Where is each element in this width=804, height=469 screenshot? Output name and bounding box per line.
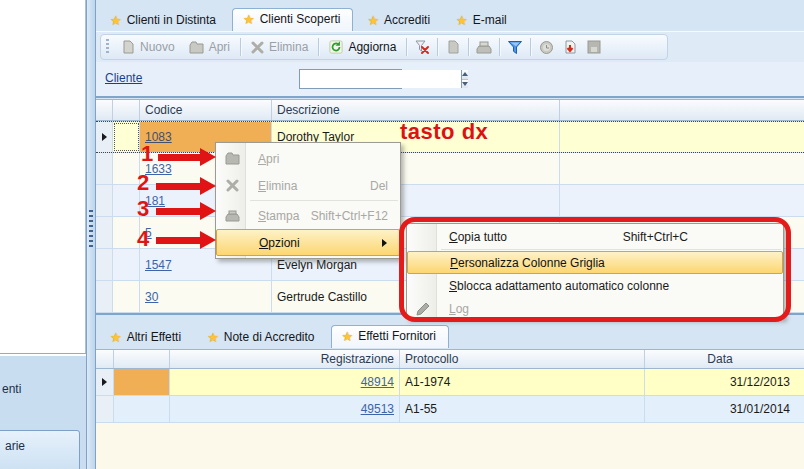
spacer-cell: [113, 185, 140, 217]
customer-code-link[interactable]: 1083: [145, 130, 172, 144]
row-indicator: [96, 249, 113, 281]
tab-label: Clienti in Distinta: [127, 13, 216, 27]
column-header-protocollo[interactable]: Protocollo: [400, 350, 645, 368]
filler-cell: [560, 122, 804, 152]
customer-code-link[interactable]: 30: [145, 290, 158, 304]
cliente-input[interactable]: [300, 70, 461, 88]
customer-row[interactable]: 181: [96, 185, 804, 217]
tab-altri-effetti[interactable]: ★ Altri Effetti: [100, 327, 193, 348]
refresh-button-label: Aggiorna: [348, 40, 396, 54]
menu-item-log[interactable]: Log: [407, 297, 783, 320]
menu-item-elimina[interactable]: Elimina Del: [216, 172, 400, 199]
customer-code-link[interactable]: 1547: [145, 258, 172, 272]
submenu-arrow-icon: [382, 239, 387, 247]
registrazione-cell: 48914: [170, 369, 400, 396]
menu-item-label: Personalizza Colonne Griglia: [450, 256, 605, 270]
header-filler-cell: [560, 100, 804, 120]
tab-label: E-mail: [473, 13, 507, 27]
tab-label: Effetti Fornitori: [358, 329, 436, 343]
effects-grid-header: Registrazione Protocollo Data: [96, 349, 804, 369]
customer-code-link[interactable]: 5: [145, 226, 152, 240]
registrazione-link[interactable]: 48914: [361, 375, 394, 389]
delete-x-icon: [223, 179, 241, 192]
menu-item-label: Sblocca adattamento automatico colonne: [449, 279, 669, 293]
tab-effetti-fornitori[interactable]: ★ Effetti Fornitori: [331, 325, 449, 348]
new-button[interactable]: Nuovo: [114, 38, 182, 56]
menu-item-shortcut: Shift+Ctrl+C: [623, 230, 771, 244]
tab-clienti-scoperti[interactable]: ★ Clienti Scoperti: [232, 8, 353, 31]
data-cell: 31/01/2014: [645, 396, 804, 423]
data-cell: 31/12/2013: [645, 369, 804, 396]
open-button-label: Apri: [209, 40, 230, 54]
row-focus-cell: [114, 369, 170, 396]
filter-remove-button[interactable]: [410, 36, 434, 58]
tab-email[interactable]: ★ E-mail: [446, 10, 519, 31]
row-focus-cell: [113, 122, 140, 152]
menu-item-opzioni[interactable]: Opzioni: [216, 229, 400, 256]
new-page-icon: [121, 40, 135, 54]
customer-row-selected[interactable]: 1083 Dorothy Taylor: [96, 121, 804, 153]
row-indicator: [96, 281, 113, 313]
top-tabbar: ★ Clienti in Distinta ★ Clienti Scoperti…: [100, 7, 519, 31]
tab-accrediti[interactable]: ★ Accrediti: [357, 10, 442, 31]
context-menu: Apri Elimina Del Stampa Shift+Ctrl+F12 O…: [215, 142, 401, 259]
registrazione-cell: 49513: [170, 396, 400, 423]
menu-item-label: Elimina: [258, 179, 297, 193]
tab-note-di-accredito[interactable]: ★ Note di Accredito: [197, 327, 326, 348]
export-button[interactable]: [558, 36, 582, 58]
menu-item-label: Copia tutto: [449, 230, 507, 244]
column-header-registrazione[interactable]: Registrazione: [170, 350, 400, 368]
history-button[interactable]: [534, 36, 558, 58]
save-layout-button[interactable]: [582, 36, 606, 58]
effect-row[interactable]: 49513 A1-55 31/01/2014: [96, 396, 804, 423]
current-row-arrow-icon: [102, 378, 107, 386]
toolbar-separator: [437, 38, 438, 56]
menu-item-shortcut: Shift+Ctrl+F12: [311, 209, 388, 223]
column-header-codice[interactable]: Codice: [140, 100, 272, 120]
menu-separator: [250, 200, 398, 201]
menu-item-copia-tutto[interactable]: Copia tutto Shift+Ctrl+C: [407, 225, 783, 248]
registrazione-link[interactable]: 49513: [361, 402, 394, 416]
print-button[interactable]: [472, 36, 496, 58]
star-icon: ★: [367, 14, 379, 27]
customer-code-link[interactable]: 1633: [145, 162, 172, 176]
nav-pane-item[interactable]: arie: [0, 430, 80, 469]
effect-row-selected[interactable]: 48914 A1-1974 31/12/2013: [96, 369, 804, 396]
save-icon: [587, 40, 601, 54]
toolbar-separator: [468, 38, 469, 56]
current-row-arrow-icon: [102, 133, 107, 141]
filter-button[interactable]: [503, 36, 527, 58]
menu-item-label: Log: [449, 302, 469, 316]
column-header-descrizione[interactable]: Descrizione: [272, 100, 560, 120]
tab-clienti-in-distinta[interactable]: ★ Clienti in Distinta: [100, 10, 228, 31]
customer-row[interactable]: 1633: [96, 153, 804, 185]
spin-down-button[interactable]: [462, 80, 468, 89]
header-indicator-cell: [96, 100, 113, 120]
menu-item-label: Stampa: [258, 209, 299, 223]
menu-item-stampa[interactable]: Stampa Shift+Ctrl+F12: [216, 202, 400, 229]
document-button[interactable]: [441, 36, 465, 58]
toolbar-separator: [499, 38, 500, 56]
protocollo-cell: A1-55: [400, 396, 645, 423]
nav-pane: enti arie: [0, 354, 86, 469]
column-header-data[interactable]: Data: [645, 350, 804, 368]
customer-code-link[interactable]: 181: [145, 194, 165, 208]
row-indicator: [96, 185, 113, 217]
refresh-button[interactable]: Aggiorna: [322, 38, 403, 56]
menu-item-personalizza-colonne[interactable]: Personalizza Colonne Griglia: [407, 251, 783, 274]
spacer-cell: [113, 153, 140, 185]
row-indicator: [96, 153, 113, 185]
splitter-grip-icon[interactable]: [89, 210, 93, 248]
cliente-filter-link[interactable]: Cliente: [105, 71, 142, 85]
star-icon: ★: [207, 331, 219, 344]
spin-up-button[interactable]: [462, 70, 468, 80]
menu-item-apri[interactable]: Apri: [216, 145, 400, 172]
star-icon: ★: [243, 13, 255, 26]
toolbar-grip-icon[interactable]: [106, 39, 109, 55]
open-folder-icon: [189, 41, 204, 54]
tab-label: Note di Accredito: [224, 330, 315, 344]
open-button[interactable]: Apri: [182, 38, 237, 56]
filter-icon: [507, 40, 523, 55]
menu-item-sblocca-adattamento[interactable]: Sblocca adattamento automatico colonne: [407, 274, 783, 297]
delete-button[interactable]: Elimina: [244, 38, 315, 56]
